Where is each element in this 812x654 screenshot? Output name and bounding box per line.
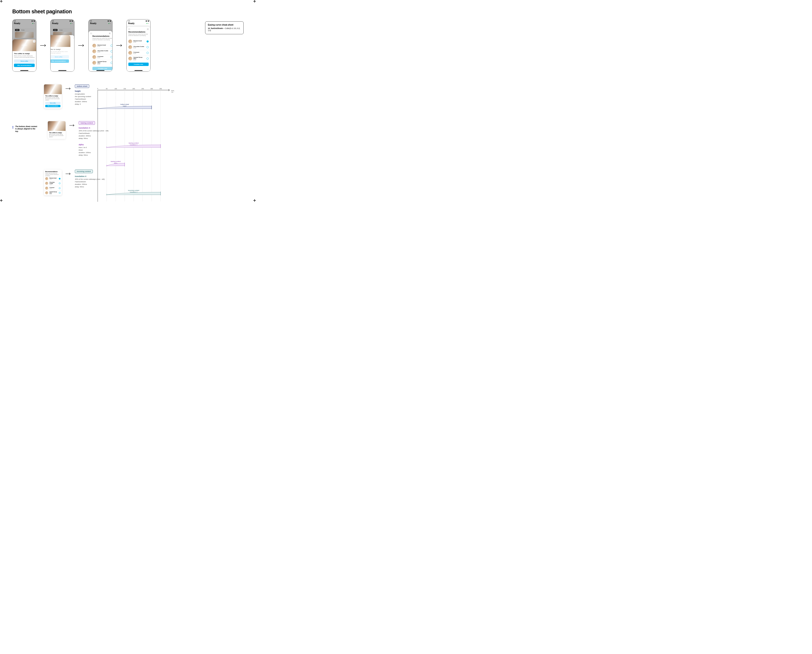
svg-text:height: height — [123, 105, 127, 107]
recommendation-row[interactable]: Caramel Syrup Shot€0,50 — [91, 60, 113, 66]
recommendation-row[interactable]: Chocolate Cookie€2,50 — [91, 49, 113, 54]
cheat-sheet-card: Easing curve cheat-sheet 10. fastOutSlow… — [205, 21, 243, 34]
cheat-sheet-title: Easing curve cheat-sheet — [208, 24, 241, 26]
svg-text:alpha: alpha — [114, 162, 117, 164]
back-icon[interactable]: ← — [128, 28, 130, 31]
phone-frame-3: 9:41▮▮ ▾ ▮▮ Ready ← × Recommendations Pl… — [89, 19, 113, 72]
radio-icon[interactable] — [111, 50, 113, 52]
radio-icon[interactable] — [111, 56, 113, 58]
radio-icon[interactable] — [147, 58, 149, 60]
sheet-title: The coffee is ready! — [14, 53, 35, 55]
radio-icon[interactable] — [147, 46, 149, 48]
offer-recommendations-button[interactable]: Offer recommendations — [14, 64, 35, 67]
bottom-sheet-step3[interactable]: ← × Recommendations Please select any ex… — [89, 31, 112, 72]
svg-text:300: 300 — [150, 88, 153, 89]
chart-axis-unit: time, ms — [171, 90, 174, 93]
timeline-chart: time, ms 050100150200250300350bottom she… — [98, 87, 170, 202]
recommendation-row[interactable]: Banana bread€3,99 — [91, 43, 113, 49]
flow-arrow-icon — [78, 43, 84, 48]
bottom-sheet-step4[interactable]: ← × Recommendations Please select any ex… — [127, 27, 150, 72]
phone-frame-1: 9:41▮▮ ▾ ▮▮ Ready #001Order Ready × The … — [12, 19, 37, 72]
flow-arrow-icon — [40, 43, 46, 48]
incoming-content-tag: incoming content — [75, 170, 93, 173]
cheat-sheet-entry: 10. fastOutSlowIn = Cubic(0.4, 0.0, 0.2,… — [208, 27, 241, 32]
bottom-sheet-step1[interactable]: × The coffee is ready! Before serving, c… — [12, 39, 36, 72]
close-icon[interactable]: × — [33, 40, 35, 43]
radio-icon[interactable] — [111, 62, 113, 64]
mini-bottom-sheet: The coffee is ready! Before serving, con… — [44, 84, 62, 108]
radio-icon[interactable] — [147, 52, 149, 54]
svg-text:50: 50 — [106, 88, 108, 89]
recommendation-row[interactable]: Caramel Syrup Shot€0,50 — [127, 56, 150, 61]
bottom-sheet-tag: bottom sheet — [75, 84, 89, 88]
recommendation-row[interactable]: Banana bread€3,99 — [127, 39, 150, 44]
svg-text:100: 100 — [115, 88, 117, 89]
svg-text:incoming content: incoming content — [128, 189, 139, 191]
flow-arrow-icon — [116, 43, 122, 48]
svg-text:translation X: translation X — [130, 191, 138, 193]
mini-leaving-content: The coffee is ready! Before serving, con… — [48, 121, 66, 139]
close-icon[interactable]: × — [73, 36, 75, 38]
svg-text:250: 250 — [141, 88, 144, 89]
close-icon[interactable]: × — [147, 28, 149, 31]
page-title: Bottom sheet pagination — [12, 8, 243, 15]
serve-coffee-button[interactable]: Serve coffee — [14, 60, 35, 63]
svg-text:leaving content: leaving content — [111, 161, 121, 162]
svg-text:350: 350 — [159, 88, 162, 89]
recommendation-row[interactable]: Croissant€2,50 — [127, 50, 150, 56]
svg-text:translation X: translation X — [130, 144, 138, 145]
phone-frame-2: 9:41▮▮ ▾ ▮▮ Ready #001Order Ready coffee… — [50, 19, 75, 72]
recommendation-row[interactable]: Croissant€2,50 — [91, 54, 113, 60]
radio-icon[interactable] — [111, 44, 113, 47]
complete-order-button[interactable]: Complete order — [92, 67, 113, 70]
spec-arrow-icon — [69, 122, 75, 128]
phone-frame-4: 9:41▮▮ ▾ ▮▮ Ready ← × Recommendations Pl… — [127, 19, 151, 72]
svg-text:0: 0 — [97, 88, 98, 89]
svg-text:bottom sheet: bottom sheet — [120, 104, 129, 105]
spec-arrow-icon — [66, 171, 71, 176]
recommendation-row[interactable]: Chocolate Cookie€2,50 — [127, 44, 150, 50]
svg-text:leaving content: leaving content — [128, 142, 139, 144]
svg-text:150: 150 — [124, 88, 126, 89]
sheet-subtitle: Before serving, consider offering the cu… — [14, 55, 35, 58]
bottom-sheet-step2[interactable]: coffee is ready! serving, consider offer… — [50, 35, 74, 72]
leaving-content-tag: leaving content — [79, 121, 95, 125]
complete-order-button[interactable]: Complete order — [128, 63, 149, 66]
radio-icon[interactable] — [147, 40, 149, 43]
spec-arrow-icon — [66, 86, 71, 91]
mini-incoming-content: Recommendations Please select any extras… — [44, 170, 62, 196]
svg-text:200: 200 — [132, 88, 135, 89]
